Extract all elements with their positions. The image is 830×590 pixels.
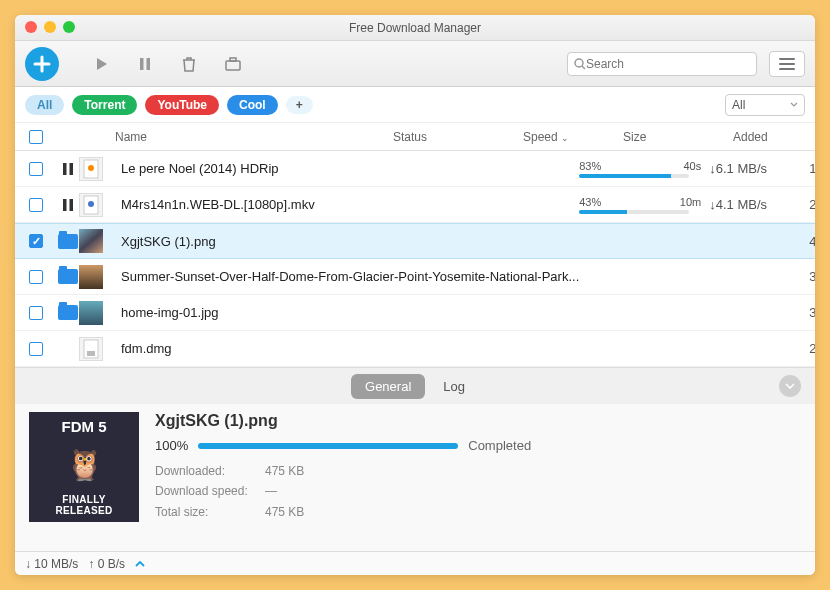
- titlebar: Free Download Manager: [15, 15, 815, 41]
- filter-value: All: [732, 98, 745, 112]
- thumbnail-icon: [79, 229, 103, 253]
- detail-percent: 100%: [155, 438, 188, 453]
- pause-button[interactable]: [125, 49, 165, 79]
- thumbnail-icon: [79, 265, 103, 289]
- details-pane: General Log FDM 5 🦉 FINALLY RELEASED Xgj…: [15, 367, 815, 551]
- preview-thumbnail: FDM 5 🦉 FINALLY RELEASED: [29, 412, 139, 522]
- file-icon: [79, 193, 103, 217]
- row-checkbox[interactable]: [29, 342, 43, 356]
- header-added[interactable]: Added: [733, 130, 793, 144]
- pause-icon: [139, 57, 151, 71]
- file-name: home-img-01.jpg: [113, 305, 579, 320]
- svg-rect-11: [70, 199, 74, 211]
- trash-icon: [182, 56, 196, 72]
- play-icon: [94, 57, 108, 71]
- speed-value: ↓6.1 MB/s: [709, 161, 809, 176]
- tag-all[interactable]: All: [25, 95, 64, 115]
- header-status[interactable]: Status: [393, 130, 523, 144]
- status-bar: ↓ 10 MB/s ↑ 0 B/s: [15, 551, 815, 575]
- open-folder-button[interactable]: [213, 49, 253, 79]
- svg-point-13: [88, 201, 94, 207]
- detail-title: XgjtSKG (1).png: [155, 412, 801, 430]
- svg-point-4: [575, 59, 583, 67]
- tab-log[interactable]: Log: [429, 374, 479, 399]
- briefcase-icon: [225, 57, 241, 71]
- svg-rect-3: [230, 58, 236, 61]
- progress-bar: [579, 174, 689, 178]
- tag-torrent[interactable]: Torrent: [72, 95, 137, 115]
- filter-select[interactable]: All: [725, 94, 805, 116]
- progress-bar: [579, 210, 689, 214]
- size-value: 23.0 MB: [809, 341, 815, 356]
- table-row[interactable]: home-img-01.jpg 367 KB 22:43: [15, 295, 815, 331]
- row-checkbox[interactable]: [29, 306, 43, 320]
- details-tabs: General Log: [15, 368, 815, 404]
- file-name: Summer-Sunset-Over-Half-Dome-From-Glacie…: [113, 269, 579, 284]
- expand-button[interactable]: [135, 561, 145, 567]
- download-speed: ↓ 10 MB/s: [25, 557, 78, 571]
- row-checkbox[interactable]: [29, 162, 43, 176]
- svg-rect-7: [70, 163, 74, 175]
- tab-general[interactable]: General: [351, 374, 425, 399]
- dmg-icon: [79, 337, 103, 361]
- row-checkbox[interactable]: [29, 270, 43, 284]
- header-name[interactable]: Name: [113, 130, 393, 144]
- file-name: Le pere Noel (2014) HDRip: [113, 161, 579, 176]
- tag-youtube[interactable]: YouTube: [145, 95, 219, 115]
- search-icon: [574, 58, 586, 70]
- plus-icon: [33, 55, 51, 73]
- svg-line-5: [582, 66, 585, 69]
- svg-rect-2: [226, 61, 240, 70]
- select-all-checkbox[interactable]: [29, 130, 43, 144]
- table-row[interactable]: fdm.dmg 23.0 MB 16:05: [15, 331, 815, 367]
- chevron-down-icon: [785, 383, 795, 389]
- tags-row: All Torrent YouTube Cool + All: [15, 87, 815, 123]
- resume-button[interactable]: [81, 49, 121, 79]
- folder-icon: [57, 234, 79, 249]
- speed-value: ↓4.1 MB/s: [709, 197, 809, 212]
- chevron-down-icon: [790, 102, 798, 107]
- file-icon: [79, 157, 103, 181]
- svg-rect-15: [87, 351, 95, 356]
- column-headers: Name Status Speed ⌄ Size Added: [15, 123, 815, 151]
- row-checkbox[interactable]: [29, 234, 43, 248]
- pause-icon: [62, 198, 74, 212]
- file-name: M4rs14n1n.WEB-DL.[1080p].mkv: [113, 197, 579, 212]
- header-speed[interactable]: Speed ⌄: [523, 130, 623, 144]
- size-value: 475 KB: [809, 234, 815, 249]
- size-value: 1.22 / 1.46 GB: [809, 161, 815, 176]
- table-row[interactable]: Le pere Noel (2014) HDRip 83%40s ↓6.1 MB…: [15, 151, 815, 187]
- header-size[interactable]: Size: [623, 130, 733, 144]
- app-window: Free Download Manager All Torrent YouT: [15, 15, 815, 575]
- svg-rect-1: [147, 58, 151, 70]
- minimize-icon[interactable]: [44, 21, 56, 33]
- add-download-button[interactable]: [25, 47, 59, 81]
- search-input[interactable]: [586, 57, 750, 71]
- download-list: Le pere Noel (2014) HDRip 83%40s ↓6.1 MB…: [15, 151, 815, 367]
- pause-icon: [62, 162, 74, 176]
- chevron-up-icon: [135, 561, 145, 567]
- folder-icon: [57, 269, 79, 284]
- delete-button[interactable]: [169, 49, 209, 79]
- table-row[interactable]: XgjtSKG (1).png 475 KB 22:44: [15, 223, 815, 259]
- zoom-icon[interactable]: [63, 21, 75, 33]
- size-value: 307 KB: [809, 269, 815, 284]
- file-name: XgjtSKG (1).png: [113, 234, 579, 249]
- toolbar: [15, 41, 815, 87]
- tag-cool[interactable]: Cool: [227, 95, 278, 115]
- menu-button[interactable]: [769, 51, 805, 77]
- add-tag-button[interactable]: +: [286, 96, 313, 114]
- table-row[interactable]: M4rs14n1n.WEB-DL.[1080p].mkv 43%10m ↓4.1…: [15, 187, 815, 223]
- row-checkbox[interactable]: [29, 198, 43, 212]
- collapse-button[interactable]: [779, 375, 801, 397]
- svg-rect-6: [63, 163, 67, 175]
- svg-point-9: [88, 165, 94, 171]
- size-value: 2.38 / 5.45 GB: [809, 197, 815, 212]
- search-box[interactable]: [567, 52, 757, 76]
- upload-speed: ↑ 0 B/s: [88, 557, 125, 571]
- detail-status: Completed: [468, 438, 531, 453]
- table-row[interactable]: Summer-Sunset-Over-Half-Dome-From-Glacie…: [15, 259, 815, 295]
- size-value: 367 KB: [809, 305, 815, 320]
- file-name: fdm.dmg: [113, 341, 579, 356]
- close-icon[interactable]: [25, 21, 37, 33]
